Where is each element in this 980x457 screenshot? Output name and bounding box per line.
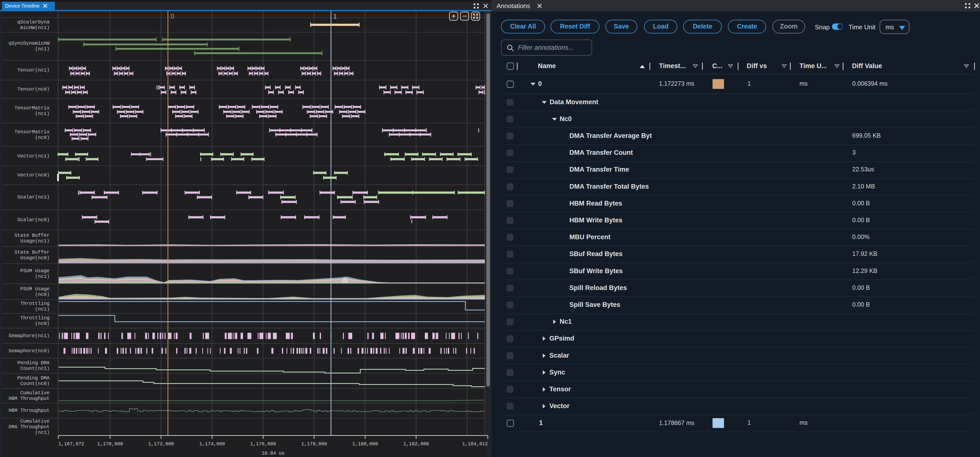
svg-text:1,170,000: 1,170,000 [97, 441, 123, 447]
svg-text:0: 0 [170, 13, 174, 20]
svg-text:1,182,000: 1,182,000 [403, 441, 429, 447]
svg-text:1: 1 [333, 13, 337, 20]
svg-text:1,174,000: 1,174,000 [199, 441, 225, 447]
svg-text:1,180,000: 1,180,000 [352, 441, 378, 447]
svg-text:16.84 us: 16.84 us [262, 451, 285, 456]
svg-text:1,178,000: 1,178,000 [301, 441, 327, 447]
svg-text:1,184,812: 1,184,812 [462, 441, 488, 447]
svg-text:1,176,000: 1,176,000 [250, 441, 276, 447]
svg-text:1,172,000: 1,172,000 [148, 441, 174, 447]
svg-text:1,167,972: 1,167,972 [58, 441, 84, 447]
